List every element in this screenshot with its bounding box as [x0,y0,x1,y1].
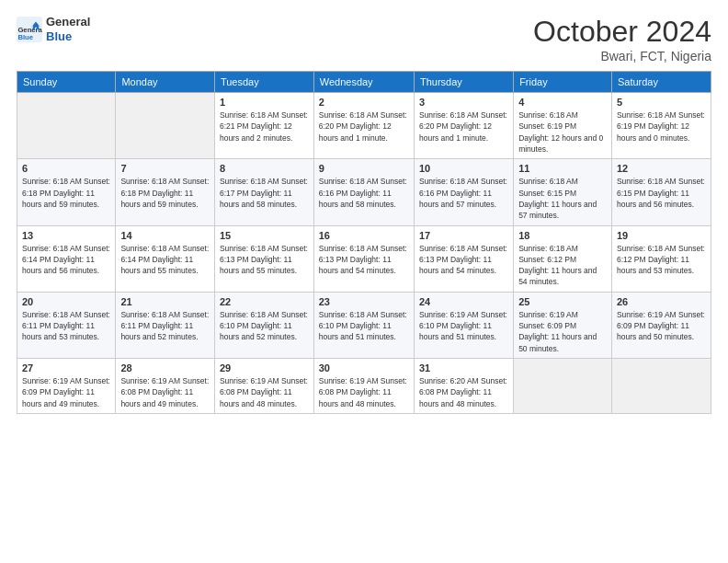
week-row-4: 20Sunrise: 6:18 AM Sunset: 6:11 PM Dayli… [17,292,711,358]
day-number: 15 [220,230,309,241]
svg-text:Blue: Blue [17,32,33,40]
day-number: 24 [419,296,508,307]
cell-week1-day1 [116,93,215,159]
day-info: Sunrise: 6:18 AM Sunset: 6:11 PM Dayligh… [22,309,110,343]
col-friday: Friday [514,72,612,93]
cell-week2-day2: 8Sunrise: 6:18 AM Sunset: 6:17 PM Daylig… [214,159,313,225]
day-number: 31 [419,362,508,373]
day-info: Sunrise: 6:20 AM Sunset: 6:08 PM Dayligh… [419,375,508,409]
day-number: 23 [319,296,409,307]
week-row-2: 6Sunrise: 6:18 AM Sunset: 6:18 PM Daylig… [17,159,711,225]
logo: General Blue General Blue [17,15,90,43]
logo-icon: General Blue [17,17,42,42]
day-number: 11 [518,163,607,174]
cell-week2-day0: 6Sunrise: 6:18 AM Sunset: 6:18 PM Daylig… [17,159,116,225]
day-info: Sunrise: 6:18 AM Sunset: 6:14 PM Dayligh… [22,243,110,277]
page: General Blue General Blue October 2024 B… [0,0,728,563]
day-info: Sunrise: 6:19 AM Sunset: 6:10 PM Dayligh… [419,309,508,343]
col-sunday: Sunday [17,72,116,93]
day-info: Sunrise: 6:18 AM Sunset: 6:19 PM Dayligh… [617,109,706,144]
day-info: Sunrise: 6:18 AM Sunset: 6:16 PM Dayligh… [319,176,409,210]
day-number: 21 [120,296,210,307]
day-info: Sunrise: 6:18 AM Sunset: 6:10 PM Dayligh… [220,309,309,343]
cell-week3-day4: 17Sunrise: 6:18 AM Sunset: 6:13 PM Dayli… [414,225,513,292]
cell-week1-day6: 5Sunrise: 6:18 AM Sunset: 6:19 PM Daylig… [611,93,711,159]
cell-week4-day2: 22Sunrise: 6:18 AM Sunset: 6:10 PM Dayli… [214,292,313,358]
day-number: 26 [617,296,706,307]
week-row-5: 27Sunrise: 6:19 AM Sunset: 6:09 PM Dayli… [17,359,711,414]
cell-week2-day4: 10Sunrise: 6:18 AM Sunset: 6:16 PM Dayli… [414,159,513,225]
day-info: Sunrise: 6:18 AM Sunset: 6:12 PM Dayligh… [518,243,607,288]
cell-week5-day2: 29Sunrise: 6:19 AM Sunset: 6:08 PM Dayli… [214,359,313,414]
col-monday: Monday [116,72,215,93]
cell-week4-day5: 25Sunrise: 6:19 AM Sunset: 6:09 PM Dayli… [514,292,612,358]
day-number: 6 [22,163,110,174]
col-saturday: Saturday [611,72,711,93]
cell-week2-day5: 11Sunrise: 6:18 AM Sunset: 6:15 PM Dayli… [514,159,612,225]
cell-week1-day5: 4Sunrise: 6:18 AM Sunset: 6:19 PM Daylig… [514,93,612,159]
cell-week3-day6: 19Sunrise: 6:18 AM Sunset: 6:12 PM Dayli… [611,225,711,292]
cell-week4-day0: 20Sunrise: 6:18 AM Sunset: 6:11 PM Dayli… [17,292,116,358]
day-info: Sunrise: 6:18 AM Sunset: 6:13 PM Dayligh… [220,243,309,277]
cell-week4-day1: 21Sunrise: 6:18 AM Sunset: 6:11 PM Dayli… [116,292,215,358]
day-number: 14 [120,230,210,241]
day-info: Sunrise: 6:18 AM Sunset: 6:21 PM Dayligh… [220,109,309,144]
col-thursday: Thursday [414,72,513,93]
calendar-table: Sunday Monday Tuesday Wednesday Thursday… [17,71,711,414]
cell-week4-day6: 26Sunrise: 6:19 AM Sunset: 6:09 PM Dayli… [611,292,711,358]
day-number: 9 [319,163,409,174]
cell-week5-day0: 27Sunrise: 6:19 AM Sunset: 6:09 PM Dayli… [17,359,116,414]
cell-week3-day3: 16Sunrise: 6:18 AM Sunset: 6:13 PM Dayli… [313,225,414,292]
day-number: 28 [120,362,210,373]
cell-week2-day1: 7Sunrise: 6:18 AM Sunset: 6:18 PM Daylig… [116,159,215,225]
cell-week1-day2: 1Sunrise: 6:18 AM Sunset: 6:21 PM Daylig… [214,93,313,159]
col-wednesday: Wednesday [313,72,414,93]
cell-week4-day3: 23Sunrise: 6:18 AM Sunset: 6:10 PM Dayli… [313,292,414,358]
day-number: 8 [220,163,309,174]
cell-week5-day4: 31Sunrise: 6:20 AM Sunset: 6:08 PM Dayli… [414,359,513,414]
cell-week3-day0: 13Sunrise: 6:18 AM Sunset: 6:14 PM Dayli… [17,225,116,292]
calendar-header: Sunday Monday Tuesday Wednesday Thursday… [17,72,711,93]
cell-week5-day3: 30Sunrise: 6:19 AM Sunset: 6:08 PM Dayli… [313,359,414,414]
day-number: 2 [319,97,409,108]
week-row-3: 13Sunrise: 6:18 AM Sunset: 6:14 PM Dayli… [17,225,711,292]
day-number: 12 [617,163,706,174]
logo-general-text: General [46,15,90,29]
day-info: Sunrise: 6:19 AM Sunset: 6:08 PM Dayligh… [220,375,309,409]
calendar-body: 1Sunrise: 6:18 AM Sunset: 6:21 PM Daylig… [17,93,711,414]
day-number: 1 [220,97,309,108]
day-number: 16 [319,230,409,241]
col-tuesday: Tuesday [214,72,313,93]
cell-week3-day5: 18Sunrise: 6:18 AM Sunset: 6:12 PM Dayli… [514,225,612,292]
cell-week5-day1: 28Sunrise: 6:19 AM Sunset: 6:08 PM Dayli… [116,359,215,414]
day-number: 17 [419,230,508,241]
day-number: 3 [419,97,508,108]
cell-week2-day3: 9Sunrise: 6:18 AM Sunset: 6:16 PM Daylig… [313,159,414,225]
day-number: 10 [419,163,508,174]
day-info: Sunrise: 6:18 AM Sunset: 6:14 PM Dayligh… [120,243,210,277]
day-number: 7 [120,163,210,174]
day-info: Sunrise: 6:19 AM Sunset: 6:09 PM Dayligh… [617,309,706,343]
day-number: 19 [617,230,706,241]
week-row-1: 1Sunrise: 6:18 AM Sunset: 6:21 PM Daylig… [17,93,711,159]
header: General Blue General Blue October 2024 B… [17,15,711,63]
day-number: 25 [518,296,607,307]
cell-week1-day4: 3Sunrise: 6:18 AM Sunset: 6:20 PM Daylig… [414,93,513,159]
header-row: Sunday Monday Tuesday Wednesday Thursday… [17,72,711,93]
cell-week5-day6 [611,359,711,414]
title-block: October 2024 Bwari, FCT, Nigeria [533,15,711,63]
cell-week5-day5 [514,359,612,414]
day-info: Sunrise: 6:19 AM Sunset: 6:08 PM Dayligh… [120,375,210,409]
cell-week3-day2: 15Sunrise: 6:18 AM Sunset: 6:13 PM Dayli… [214,225,313,292]
day-info: Sunrise: 6:18 AM Sunset: 6:11 PM Dayligh… [120,309,210,343]
day-info: Sunrise: 6:18 AM Sunset: 6:15 PM Dayligh… [617,176,706,210]
day-info: Sunrise: 6:19 AM Sunset: 6:09 PM Dayligh… [22,375,110,409]
day-number: 18 [518,230,607,241]
day-number: 29 [220,362,309,373]
day-info: Sunrise: 6:18 AM Sunset: 6:20 PM Dayligh… [419,109,508,144]
day-info: Sunrise: 6:18 AM Sunset: 6:18 PM Dayligh… [22,176,110,210]
day-info: Sunrise: 6:19 AM Sunset: 6:09 PM Dayligh… [518,309,607,354]
day-info: Sunrise: 6:19 AM Sunset: 6:08 PM Dayligh… [319,375,409,409]
day-number: 5 [617,97,706,108]
day-number: 4 [518,97,607,108]
